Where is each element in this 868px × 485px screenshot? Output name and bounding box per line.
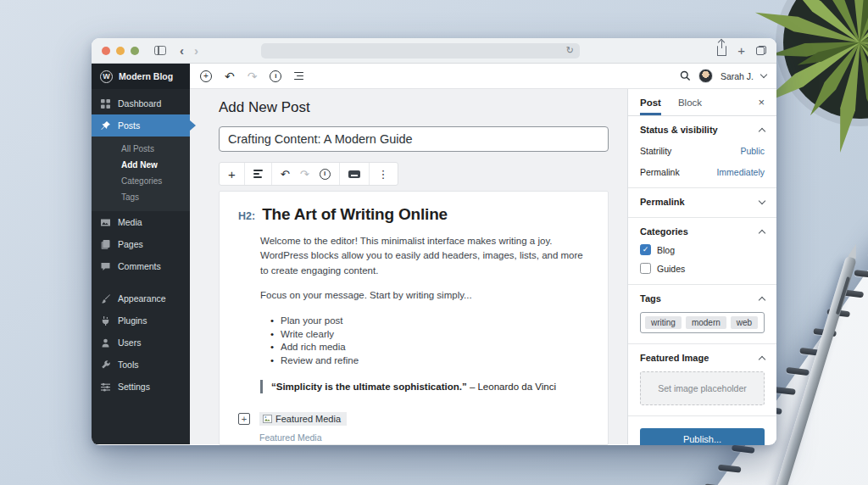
sidebar-item-label: Tools <box>118 360 139 370</box>
list-block[interactable]: Plan your post Write clearly Add rich me… <box>270 315 589 367</box>
pin-icon <box>100 120 111 131</box>
users-icon <box>100 337 111 348</box>
category-option: Guides <box>640 263 765 274</box>
panel-status-visibility: Status & visibility Statrility Public Pe… <box>628 116 776 188</box>
chevron-down-icon <box>759 197 765 203</box>
align-button[interactable] <box>245 163 272 185</box>
add-block-button[interactable]: + <box>220 163 245 185</box>
sidebar-item-users[interactable]: Users <box>92 332 190 354</box>
post-heading[interactable]: The Art of Writing Online <box>262 205 448 224</box>
list-item[interactable]: Plan your post <box>270 315 589 328</box>
add-media-icon[interactable]: + <box>238 413 250 425</box>
submenu-item-tags[interactable]: Tags <box>92 189 190 205</box>
admin-sidebar: W Modern Blog Dashboard Posts All Posts <box>92 64 190 444</box>
list-item[interactable]: Write clearly <box>270 328 589 342</box>
close-window-button[interactable] <box>102 47 110 55</box>
sidebar-toggle-icon[interactable] <box>154 46 166 55</box>
sidebar-item-label: Dashboard <box>118 98 161 109</box>
paragraph-block[interactable]: Focus on your message. Start by writing … <box>260 288 589 303</box>
close-icon[interactable]: × <box>758 97 765 108</box>
options-button[interactable]: ⋮ <box>370 163 398 185</box>
sidebar-item-media[interactable]: Media <box>92 211 190 233</box>
panel-title: Featured Image <box>640 353 709 363</box>
post-title-input[interactable] <box>219 126 609 152</box>
chevron-down-icon[interactable] <box>760 71 767 78</box>
sidebar-item-settings[interactable]: Settings <box>92 376 190 398</box>
sidebar-item-posts[interactable]: Posts <box>92 114 190 137</box>
list-item[interactable]: Add rich media <box>270 341 589 354</box>
submenu-item-all-posts[interactable]: All Posts <box>92 141 190 157</box>
new-tab-icon[interactable]: + <box>737 43 745 58</box>
paragraph-block[interactable]: Welcome to the editor! This minimalist i… <box>260 234 589 278</box>
chevron-up-icon <box>759 296 765 303</box>
reload-icon[interactable]: ↻ <box>566 46 574 55</box>
category-option: Blog <box>640 244 765 255</box>
list-item[interactable]: Review and refine <box>270 354 589 368</box>
checkbox-label: Guides <box>657 264 685 274</box>
minimize-window-button[interactable] <box>116 47 125 55</box>
checkbox-unchecked[interactable] <box>640 263 651 274</box>
tags-input[interactable]: writing modern web <box>640 312 765 333</box>
tab-block[interactable]: Block <box>678 89 702 115</box>
panel-title: Tags <box>640 293 661 304</box>
back-icon[interactable]: ‹ <box>180 44 184 57</box>
search-icon[interactable] <box>680 70 691 81</box>
broken-image-placeholder[interactable]: Featured Media <box>259 412 347 426</box>
chevron-up-icon <box>759 127 765 134</box>
inserter-icon[interactable]: + <box>200 70 212 82</box>
status-row: Statrility Public <box>640 146 765 156</box>
share-icon[interactable] <box>717 46 726 56</box>
panel-toggle[interactable]: Categories <box>640 226 765 237</box>
set-image-button[interactable]: Set image placeholder <box>640 371 765 405</box>
tab-post[interactable]: Post <box>640 89 661 115</box>
user-name: Sarah J. <box>721 71 754 81</box>
sidebar-item-appearance[interactable]: Appearance <box>92 287 190 309</box>
active-item-arrow <box>190 120 196 131</box>
quote-text: “Simplicity is the ultimate sophisticati… <box>271 382 467 392</box>
forward-icon[interactable]: › <box>194 44 198 57</box>
sidebar-item-label: Media <box>118 217 142 227</box>
list-view-icon[interactable] <box>294 72 303 81</box>
site-brand[interactable]: W Modern Blog <box>92 64 190 89</box>
settings-tabs: Post Block × <box>628 89 776 116</box>
editor-canvas[interactable]: H2: The Art of Writing Online Welcome to… <box>219 191 609 445</box>
block-toolbar: + ↶ ↷ i ⋮ <box>219 162 398 186</box>
publish-button[interactable]: Publish... <box>640 428 765 445</box>
keyboard-button[interactable] <box>340 163 370 185</box>
panel-toggle[interactable]: Permalink <box>640 197 765 207</box>
site-name: Modern Blog <box>119 71 173 81</box>
sidebar-item-label: Comments <box>118 261 161 271</box>
tag-chip[interactable]: modern <box>686 316 726 329</box>
undo-icon[interactable]: ↶ <box>225 70 235 82</box>
sidebar-item-dashboard[interactable]: Dashboard <box>92 92 190 114</box>
sidebar-item-comments[interactable]: Comments <box>92 255 190 277</box>
undo-icon[interactable]: ↶ <box>281 169 290 180</box>
panel-toggle[interactable]: Featured Image <box>640 353 765 363</box>
panel-toggle[interactable]: Tags <box>640 293 765 304</box>
avatar[interactable] <box>698 69 713 83</box>
tag-chip[interactable]: web <box>731 316 758 329</box>
checkbox-checked[interactable] <box>640 244 651 255</box>
zoom-window-button[interactable] <box>131 47 139 55</box>
browser-titlebar: ‹ › ↻ + <box>92 38 776 64</box>
quote-block[interactable]: “Simplicity is the ultimate sophisticati… <box>260 380 589 393</box>
status-value[interactable]: Immediately <box>716 167 765 177</box>
sidebar-item-label: Users <box>118 337 141 348</box>
sidebar-item-tools[interactable]: Tools <box>92 354 190 376</box>
settings-sidebar: Post Block × Status & visibility Statril… <box>627 89 776 444</box>
kebab-icon: ⋮ <box>378 169 389 180</box>
redo-icon[interactable]: ↷ <box>300 169 309 180</box>
media-caption[interactable]: Featured Media <box>259 432 589 443</box>
info-icon[interactable]: i <box>270 70 281 82</box>
sidebar-item-plugins[interactable]: Plugins <box>92 309 190 332</box>
submenu-item-categories[interactable]: Categories <box>92 173 190 189</box>
status-value[interactable]: Public <box>740 146 765 156</box>
panel-toggle[interactable]: Status & visibility <box>640 125 765 135</box>
address-bar[interactable]: ↻ <box>261 43 580 59</box>
submenu-item-add-new[interactable]: Add New <box>92 157 190 173</box>
tab-overview-icon[interactable] <box>756 46 766 55</box>
sidebar-item-pages[interactable]: Pages <box>92 233 190 255</box>
info-icon[interactable]: i <box>320 169 331 180</box>
tag-chip[interactable]: writing <box>645 316 682 329</box>
redo-icon[interactable]: ↷ <box>248 70 258 82</box>
